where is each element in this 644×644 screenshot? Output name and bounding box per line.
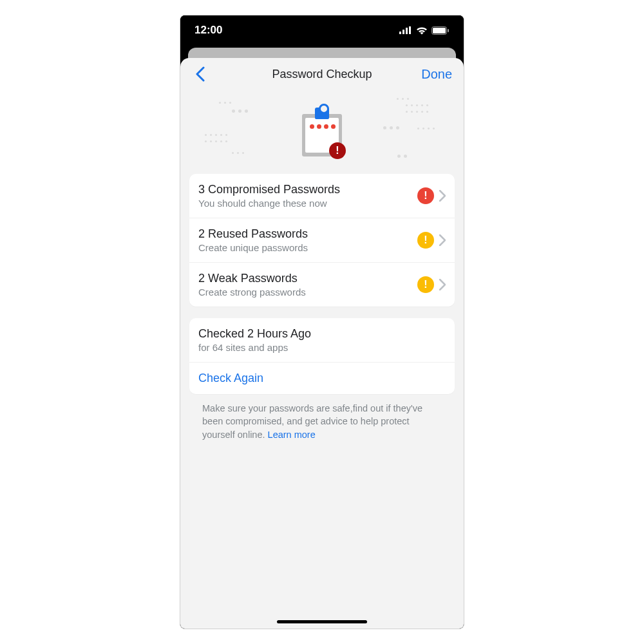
status-card: Checked 2 Hours Ago for 64 sites and app…	[189, 318, 455, 394]
compromised-passwords-row[interactable]: 3 Compromised Passwords You should chang…	[189, 174, 455, 218]
check-again-button[interactable]: Check Again	[189, 363, 455, 394]
done-button[interactable]: Done	[421, 67, 455, 82]
svg-rect-6	[448, 29, 449, 32]
modal-sheet: Password Checkup Done !	[180, 58, 464, 629]
row-subtitle: You should change these now	[198, 198, 417, 209]
battery-icon	[431, 26, 450, 35]
chevron-left-icon	[196, 66, 205, 82]
svg-rect-2	[406, 28, 408, 34]
svg-rect-0	[399, 32, 401, 34]
chevron-right-icon	[439, 190, 446, 202]
hero-illustration: !	[180, 90, 464, 174]
exclamation-icon: !	[417, 276, 434, 293]
cellular-icon	[399, 26, 412, 34]
back-button[interactable]	[189, 63, 211, 85]
status-icons	[399, 26, 450, 35]
row-subtitle: Create unique passwords	[198, 242, 417, 253]
alert-badge-icon: !	[329, 142, 346, 159]
issues-card: 3 Compromised Passwords You should chang…	[189, 174, 455, 307]
chevron-right-icon	[439, 234, 446, 246]
svg-rect-3	[409, 26, 411, 34]
wifi-icon	[416, 26, 428, 35]
exclamation-icon: !	[417, 187, 434, 204]
status-bar: 12:00	[180, 15, 464, 45]
svg-rect-1	[402, 30, 404, 34]
status-title: Checked 2 Hours Ago	[198, 327, 446, 341]
weak-passwords-row[interactable]: 2 Weak Passwords Create strong passwords…	[189, 263, 455, 307]
row-subtitle: Create strong passwords	[198, 287, 417, 298]
row-title: 2 Weak Passwords	[198, 272, 417, 285]
home-indicator[interactable]	[277, 620, 367, 623]
chevron-right-icon	[439, 279, 446, 290]
status-subtitle: for 64 sites and apps	[198, 342, 446, 353]
clipboard-icon: !	[302, 108, 342, 156]
svg-rect-5	[433, 28, 446, 33]
row-title: 3 Compromised Passwords	[198, 183, 417, 196]
footer-text: Make sure your passwords are safe,find o…	[189, 394, 455, 441]
clock-label: 12:00	[194, 24, 222, 37]
phone-frame: 12:00 Pass	[180, 15, 464, 629]
row-title: 2 Reused Passwords	[198, 227, 417, 241]
sheet-underlay	[180, 45, 464, 58]
exclamation-icon: !	[417, 232, 434, 249]
last-checked-row: Checked 2 Hours Ago for 64 sites and app…	[189, 318, 455, 363]
reused-passwords-row[interactable]: 2 Reused Passwords Create unique passwor…	[189, 218, 455, 263]
learn-more-link[interactable]: Learn more	[268, 430, 316, 440]
nav-bar: Password Checkup Done	[180, 58, 464, 90]
